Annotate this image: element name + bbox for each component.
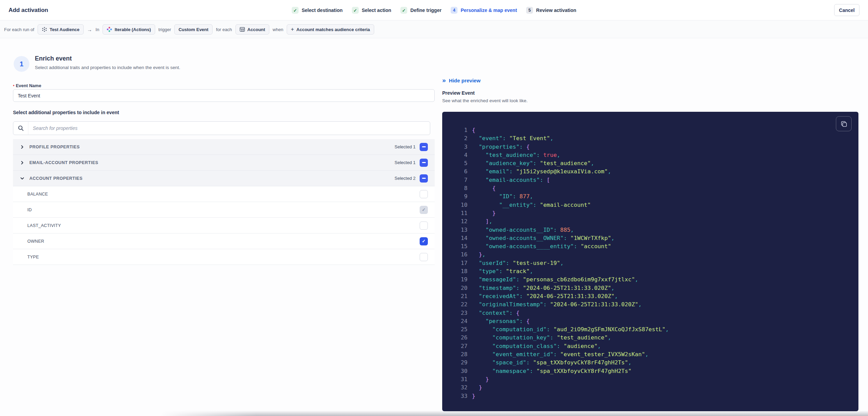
step-label: Review activation	[536, 8, 577, 13]
section-checkbox-indeterminate[interactable]	[420, 143, 428, 151]
step-number: 5	[526, 7, 533, 14]
section-header-profile-properties[interactable]: PROFILE PROPERTIESSelected 1	[13, 139, 435, 155]
code-line: 15 "owned-accounts____entity": "account"	[452, 242, 852, 251]
chip-account[interactable]: Account	[235, 24, 269, 35]
line-content: "timestamp": "2024-06-25T21:31:33.020Z",	[472, 284, 614, 292]
line-number: 32	[452, 384, 467, 392]
event-name-label-text: Event Name	[16, 83, 41, 88]
chip-custom-event[interactable]: Custom Event	[174, 24, 212, 35]
search-icon	[13, 122, 28, 135]
code-line: 28 "event_emitter_id": "event_tester_IVX…	[452, 350, 852, 359]
line-content: "owned-accounts__ID": 885,	[472, 226, 574, 234]
code-line: 31 }	[452, 375, 852, 384]
code-line: 11 }	[452, 209, 852, 217]
code-line: 27 "computation_class": "audience",	[452, 342, 852, 350]
line-content: "namespace": "spa_tXXbfoyvCkY8rF47ghH2Ts…	[472, 367, 632, 375]
arrow-icon: →	[87, 27, 92, 32]
collapse-chevrons-icon: »	[442, 77, 446, 83]
line-number: 15	[452, 242, 467, 251]
code-line: 25 "computation_id": "aud_2iO9m2gSFmJNXC…	[452, 325, 852, 334]
page-title: Add activation	[9, 7, 48, 14]
section-checkbox-indeterminate[interactable]	[420, 159, 428, 167]
hide-preview-link[interactable]: » Hide preview	[442, 78, 480, 83]
line-number: 21	[452, 292, 467, 300]
property-sections: PROFILE PROPERTIESSelected 1EMAIL-ACCOUN…	[13, 139, 435, 265]
line-number: 22	[452, 300, 467, 309]
search-input[interactable]	[28, 122, 430, 135]
line-content: "event_emitter_id": "event_tester_IVX5W2…	[472, 350, 649, 359]
line-number: 2	[452, 134, 467, 143]
checkbox-type[interactable]	[420, 253, 428, 261]
step-personalize-map-event[interactable]: 4Personalize & map event	[451, 7, 517, 14]
line-number: 28	[452, 350, 467, 359]
event-name-input[interactable]	[13, 89, 435, 102]
code-line: 26 "computation_key": "test_audience",	[452, 334, 852, 342]
line-content: }	[472, 375, 489, 384]
checkbox-balance[interactable]	[420, 190, 428, 198]
line-number: 5	[452, 159, 467, 167]
line-content: "personas": {	[472, 317, 530, 325]
line-number: 13	[452, 226, 467, 234]
chip-label: Account matches audience criteria	[296, 27, 370, 32]
step-check-icon: ✓	[352, 7, 358, 14]
step-label: Define trigger	[410, 8, 442, 13]
chip-iterable-actions[interactable]: Iterable (Actions)	[103, 24, 155, 35]
required-marker: •	[13, 83, 14, 88]
stepper: ✓Select destination✓Select action✓Define…	[292, 0, 577, 21]
preview-event-subtitle: See what the enriched event will look li…	[442, 98, 528, 103]
code-line: 24 "personas": {	[452, 317, 852, 325]
checkbox-id[interactable]: ✓	[420, 206, 428, 214]
line-number: 25	[452, 325, 467, 334]
line-content: "computation_class": "audience",	[472, 342, 601, 350]
step-select-action[interactable]: ✓Select action	[352, 7, 391, 14]
step-select-destination[interactable]: ✓Select destination	[292, 7, 343, 14]
line-content: "properties": {	[472, 143, 530, 151]
line-content: "space_id": "spa_tXXbfoyvCkY8rF47ghH2Ts"…	[472, 359, 632, 367]
line-content: "context": {	[472, 309, 519, 317]
event-name-label: •Event Name	[13, 83, 41, 88]
line-content: "test_audience": true,	[472, 151, 560, 159]
properties-section-label: Select additional properties to include …	[13, 110, 119, 115]
line-content: },	[472, 251, 486, 259]
cancel-button[interactable]: Cancel	[834, 4, 859, 16]
iterable-icon	[107, 27, 112, 32]
chevron-right-icon	[19, 145, 25, 149]
line-content: ],	[472, 217, 492, 226]
code-line: 33}	[452, 392, 852, 400]
code-line: 8 {	[452, 184, 852, 192]
line-content: "ID": 877,	[472, 192, 533, 201]
property-label: BALANCE	[27, 192, 48, 197]
code-line: 12 ],	[452, 217, 852, 226]
checkbox-last-activity[interactable]	[420, 222, 428, 230]
table-icon	[240, 27, 245, 32]
chip-label: Test Audience	[50, 27, 79, 32]
code-line: 14 "owned-accounts__OWNER": "1WCWrTXfkp"…	[452, 234, 852, 242]
line-content: "computation_key": "test_audience",	[472, 334, 611, 342]
step-define-trigger[interactable]: ✓Define trigger	[401, 7, 442, 14]
json-code: 1{2 "event": "Test Event",3 "properties"…	[452, 126, 852, 404]
step-check-icon: ✓	[401, 7, 407, 14]
code-line: 5 "audience_key": "test_audience",	[452, 159, 852, 167]
section-checkbox-indeterminate[interactable]	[420, 174, 428, 183]
code-line: 3 "properties": {	[452, 143, 852, 151]
chip-test-audience[interactable]: Test Audience	[38, 24, 83, 35]
chip-label: Iterable (Actions)	[114, 27, 151, 32]
section-meta: Selected 2	[395, 174, 428, 183]
line-number: 3	[452, 143, 467, 151]
property-label: TYPE	[27, 255, 39, 259]
line-number: 26	[452, 334, 467, 342]
chip-account-matches-audience-criteria[interactable]: +Account matches audience criteria	[287, 24, 374, 35]
section-header-email-account-properties[interactable]: EMAIL-ACCOUNT PROPERTIESSelected 1	[13, 155, 435, 171]
property-label: ID	[27, 207, 32, 212]
property-label: LAST_ACTIVITY	[27, 223, 61, 228]
code-line: 20 "timestamp": "2024-06-25T21:31:33.020…	[452, 284, 852, 292]
code-line: 16 },	[452, 251, 852, 259]
checkbox-owner[interactable]: ✓	[420, 237, 428, 245]
step-review-activation[interactable]: 5Review activation	[526, 7, 577, 14]
property-label: OWNER	[27, 239, 44, 244]
section-header-account-properties[interactable]: ACCOUNT PROPERTIESSelected 2	[13, 171, 435, 186]
line-content: "__entity": "email-account"	[472, 201, 591, 209]
line-content: "event": "Test Event",	[472, 134, 553, 143]
code-line: 22 "originalTimestamp": "2024-06-25T21:3…	[452, 300, 852, 309]
trigger-summary-bar: For each run ofTest Audience→InIterable …	[0, 21, 868, 38]
